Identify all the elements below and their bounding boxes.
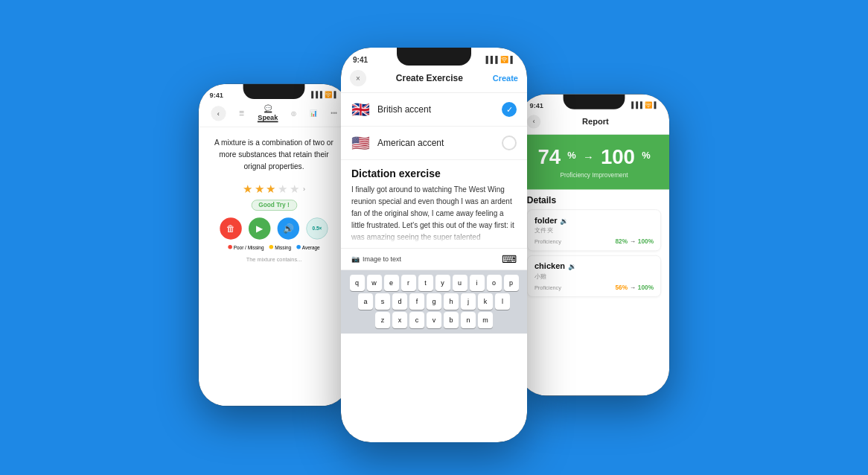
keyboard-icon[interactable]: ⌨ [502,253,517,265]
key-h[interactable]: h [444,293,459,310]
chicken-word-row: chicken 🔉 [534,261,654,271]
speak-tab[interactable]: 💬 Speak [258,104,278,122]
key-p[interactable]: p [504,275,519,291]
key-u[interactable]: u [453,275,467,291]
key-b[interactable]: b [444,312,459,328]
left-status-icons: ▐▐▐ 🛜 ▌ [309,92,338,98]
legend-row: Poor / Missing Missing Average [199,245,349,249]
british-accent-label: British accent [377,104,494,115]
key-f[interactable]: f [409,293,424,310]
key-w[interactable]: w [367,275,382,291]
key-t[interactable]: t [418,275,433,291]
speed-button[interactable]: 0.5× [306,217,328,239]
back-button[interactable]: ‹ [211,106,226,121]
key-g[interactable]: g [427,293,441,310]
proficiency-label: Proficiency Improvement [529,172,660,179]
compass-tab[interactable]: ◎ [291,110,296,117]
key-e[interactable]: e [384,275,399,291]
key-q[interactable]: q [350,275,365,291]
more-tab[interactable]: ••• [331,110,337,117]
american-flag: 🇺🇸 [351,134,370,152]
key-y[interactable]: y [435,275,450,291]
folder-proficiency-values: 82% → 100% [615,238,654,245]
center-wifi-icon: 🛜 [500,56,508,63]
chicken-arrow-icon: → [630,284,636,290]
key-z[interactable]: z [375,312,390,328]
left-notch [243,84,305,99]
back-button-right[interactable]: ‹ [527,115,540,128]
star-3: ★ [266,182,275,195]
american-accent-check [502,136,517,150]
bottom-text: The mixture contains... [199,252,349,267]
key-m[interactable]: m [478,312,493,328]
left-nav: ‹ ☰ 💬 Speak ◎ 📊 ••• [199,102,349,127]
play-button[interactable]: ▶ [249,217,270,239]
chicken-speaker-icon[interactable]: 🔉 [568,262,576,270]
good-try-badge: Good Try ! [251,200,297,211]
american-accent-option[interactable]: 🇺🇸 American accent [341,127,527,160]
folder-word: folder [534,215,558,225]
star-5: ★ [290,182,299,195]
key-a[interactable]: a [358,293,373,310]
star-1: ★ [243,182,252,195]
notes-icon: ☰ [239,110,244,117]
proficiency-numbers: 74 % → 100 % [529,146,660,169]
chicken-proficiency-values: 56% → 100% [615,284,654,290]
key-r[interactable]: r [401,275,416,291]
key-o[interactable]: o [487,275,502,291]
details-section: Details folder 🔉 文件夾 Proficiency 82% → 1… [519,189,669,296]
center-title: Create Exercise [396,73,463,83]
chicken-proficiency-label: Proficiency [534,284,561,290]
close-button[interactable]: × [350,70,366,86]
folder-speaker-icon[interactable]: 🔉 [560,217,568,224]
speak-label: Speak [258,113,278,122]
right-time: 9:41 [530,101,543,109]
key-s[interactable]: s [375,293,390,310]
right-signal-icon: ▐▐▐ [629,102,642,109]
key-v[interactable]: v [427,312,441,328]
signal-icon: ▐▐▐ [309,92,322,98]
center-signal-icon: ▐▐▐ [483,56,497,63]
key-i[interactable]: i [470,275,485,291]
compass-icon: ◎ [291,110,296,117]
key-l[interactable]: l [495,293,510,310]
key-x[interactable]: x [392,312,407,328]
right-status-icons: ▐▐▐ 🛜 ▌ [629,102,658,109]
volume-button[interactable]: 🔊 [278,217,299,239]
star-2: ★ [255,182,264,195]
key-j[interactable]: j [461,293,476,310]
create-button[interactable]: Create [493,74,518,83]
key-k[interactable]: k [478,293,493,310]
notes-tab[interactable]: ☰ [239,110,244,117]
chicken-from: 56% [615,284,628,290]
image-to-text-label: Image to text [363,255,401,263]
chart-tab[interactable]: 📊 [310,110,317,117]
center-header: × Create Exercise Create [341,67,527,93]
key-d[interactable]: d [392,293,407,310]
back-icon: ‹ [533,118,535,125]
average-label: Average [302,245,320,249]
key-c[interactable]: c [409,312,424,328]
image-to-text[interactable]: 📷 Image to text [351,255,401,263]
delete-button[interactable]: 🗑 [220,217,241,239]
legend-missing: Missing [269,245,291,249]
right-wifi-icon: 🛜 [645,102,652,109]
phones-container: 9:41 ▐▐▐ 🛜 ▌ ‹ ☰ 💬 Speak ◎ [192,33,676,442]
chicken-word: chicken [534,261,565,271]
right-notch [564,95,625,109]
dictation-text: I finally got around to watching The Wes… [351,184,517,243]
keyboard-row-2: a s d f g h j k l [344,293,524,310]
star-4: ★ [278,182,287,195]
close-icon: × [356,74,360,83]
camera-icon: 📷 [351,255,360,263]
wifi-icon: 🛜 [325,92,332,98]
key-n[interactable]: n [461,312,476,328]
keyboard-row-3: z x c v b n m [344,312,524,328]
speech-text: A mixture is a combination of two or mor… [199,127,349,179]
action-buttons: 🗑 ▶ 🔊 0.5× [199,217,349,239]
british-accent-option[interactable]: 🇬🇧 British accent ✓ [341,93,527,127]
bottom-toolbar: 📷 Image to text ⌨ [341,248,527,270]
left-phone-screen: 9:41 ▐▐▐ 🛜 ▌ ‹ ☰ 💬 Speak ◎ [199,84,349,406]
folder-word-row: folder 🔉 [534,215,654,225]
center-phone-screen: 9:41 ▐▐▐ 🛜 ▌ × Create Exercise Create 🇬🇧… [341,48,527,442]
